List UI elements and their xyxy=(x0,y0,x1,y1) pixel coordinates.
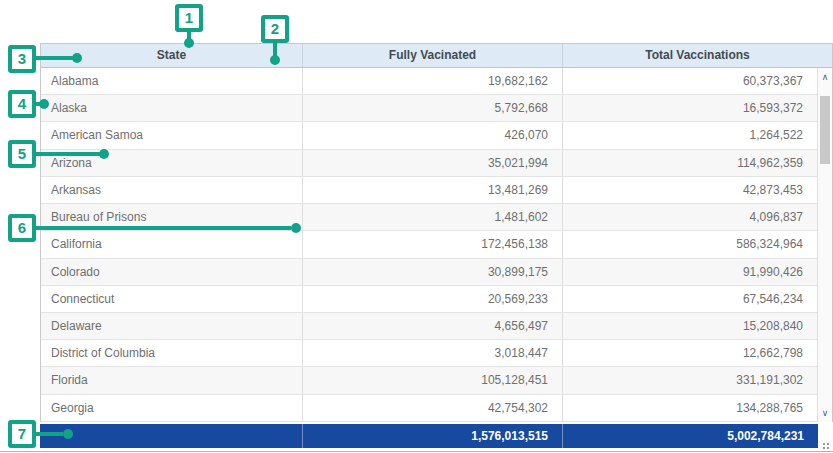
fully-vacinated-cell: 5,792,668 xyxy=(303,95,563,121)
fully-vacinated-cell: 105,128,451 xyxy=(303,367,563,393)
scroll-up-icon[interactable]: ∧ xyxy=(818,70,832,84)
total-vaccinations-cell: 586,324,964 xyxy=(563,231,817,257)
table-row[interactable]: Connecticut20,569,23367,546,234 xyxy=(41,286,817,313)
fully-vacinated-cell: 1,481,602 xyxy=(303,204,563,230)
callout-marker-1: 1 xyxy=(175,4,203,32)
scrollbar-thumb[interactable] xyxy=(820,96,830,164)
total-vaccinations-cell: 114,962,359 xyxy=(563,150,817,176)
table-row[interactable]: California172,456,138586,324,964 xyxy=(41,231,817,258)
table-header-row: State Fully Vacinated Total Vaccinations xyxy=(40,43,833,68)
callout-line-3 xyxy=(35,56,75,60)
fully-vacinated-cell: 19,682,162 xyxy=(303,68,563,94)
total-vaccinations-cell: 42,873,453 xyxy=(563,177,817,203)
table-row[interactable]: Alaska5,792,66816,593,372 xyxy=(41,95,817,122)
total-vaccinations-cell: 67,546,234 xyxy=(563,286,817,312)
callout-dot-2 xyxy=(270,55,280,65)
state-cell: Alaska xyxy=(41,95,303,121)
total-vaccinations-cell: 331,191,302 xyxy=(563,367,817,393)
table-row[interactable]: Arizona35,021,994114,962,359 xyxy=(41,150,817,177)
fully-vacinated-cell: 35,021,994 xyxy=(303,150,563,176)
state-cell: American Samoa xyxy=(41,122,303,148)
totals-state-cell xyxy=(40,424,302,448)
state-cell: Georgia xyxy=(41,395,303,421)
fully-vacinated-cell: 4,656,497 xyxy=(303,313,563,339)
table-row[interactable]: Alabama19,682,16260,373,367 xyxy=(41,68,817,95)
total-vaccinations-cell: 91,990,426 xyxy=(563,259,817,285)
callout-dot-1 xyxy=(184,38,194,48)
total-vaccinations-cell: 60,373,367 xyxy=(563,68,817,94)
total-vaccinations-cell: 1,264,522 xyxy=(563,122,817,148)
table-row[interactable]: District of Columbia3,018,44712,662,798 xyxy=(41,340,817,367)
table-body-region: Alabama19,682,16260,373,367Alaska5,792,6… xyxy=(40,68,833,422)
total-vaccinations-cell: 16,593,372 xyxy=(563,95,817,121)
state-cell: California xyxy=(41,231,303,257)
callout-line-6 xyxy=(35,226,291,230)
callout-marker-4: 4 xyxy=(8,90,36,118)
total-vaccinations-cell: 4,096,837 xyxy=(563,204,817,230)
table-row[interactable]: Arkansas13,481,26942,873,453 xyxy=(41,177,817,204)
fully-vacinated-cell: 3,018,447 xyxy=(303,340,563,366)
totals-total-vaccinations-cell: 5,002,784,231 xyxy=(562,424,818,448)
fully-vacinated-cell: 426,070 xyxy=(303,122,563,148)
callout-dot-7 xyxy=(63,429,73,439)
callout-marker-2: 2 xyxy=(261,15,289,43)
column-header-total-vaccinations[interactable]: Total Vaccinations xyxy=(563,44,832,67)
fully-vacinated-cell: 13,481,269 xyxy=(303,177,563,203)
callout-marker-7: 7 xyxy=(8,420,36,448)
callout-dot-6 xyxy=(291,223,301,233)
state-cell: Alabama xyxy=(41,68,303,94)
state-cell: Arkansas xyxy=(41,177,303,203)
table-row[interactable]: American Samoa426,0701,264,522 xyxy=(41,122,817,149)
callout-line-7 xyxy=(35,432,63,436)
totals-fully-vacinated-cell: 1,576,013,515 xyxy=(302,424,562,448)
totals-row: 1,576,013,515 5,002,784,231 xyxy=(40,424,818,448)
vertical-scrollbar[interactable]: ∧ ∨ xyxy=(817,68,832,422)
callout-dot-5 xyxy=(99,149,109,159)
callout-marker-5: 5 xyxy=(8,140,36,168)
fully-vacinated-cell: 30,899,175 xyxy=(303,259,563,285)
callout-marker-3: 3 xyxy=(8,45,36,73)
callout-dot-4 xyxy=(39,99,49,109)
state-cell: Delaware xyxy=(41,313,303,339)
panel-bottom-border xyxy=(0,451,833,452)
table-body: Alabama19,682,16260,373,367Alaska5,792,6… xyxy=(41,68,817,422)
total-vaccinations-cell: 15,208,840 xyxy=(563,313,817,339)
table-row[interactable]: Georgia42,754,302134,288,765 xyxy=(41,395,817,422)
total-vaccinations-cell: 12,662,798 xyxy=(563,340,817,366)
fully-vacinated-cell: 172,456,138 xyxy=(303,231,563,257)
state-cell: District of Columbia xyxy=(41,340,303,366)
scroll-down-icon[interactable]: ∨ xyxy=(818,406,832,420)
callout-marker-6: 6 xyxy=(8,214,36,242)
table-row[interactable]: Florida105,128,451331,191,302 xyxy=(41,367,817,394)
total-vaccinations-cell: 134,288,765 xyxy=(563,395,817,421)
fully-vacinated-cell: 42,754,302 xyxy=(303,395,563,421)
table-row[interactable]: Colorado30,899,17591,990,426 xyxy=(41,259,817,286)
fully-vacinated-cell: 20,569,233 xyxy=(303,286,563,312)
table-row[interactable]: Delaware4,656,49715,208,840 xyxy=(41,313,817,340)
state-cell: Florida xyxy=(41,367,303,393)
callout-line-5 xyxy=(35,152,101,156)
column-header-fully-vacinated[interactable]: Fully Vacinated xyxy=(303,44,563,67)
vaccination-table-panel: State Fully Vacinated Total Vaccinations… xyxy=(0,0,833,453)
callout-dot-3 xyxy=(72,53,82,63)
state-cell: Connecticut xyxy=(41,286,303,312)
resize-grip-icon xyxy=(823,443,825,445)
state-cell: Colorado xyxy=(41,259,303,285)
